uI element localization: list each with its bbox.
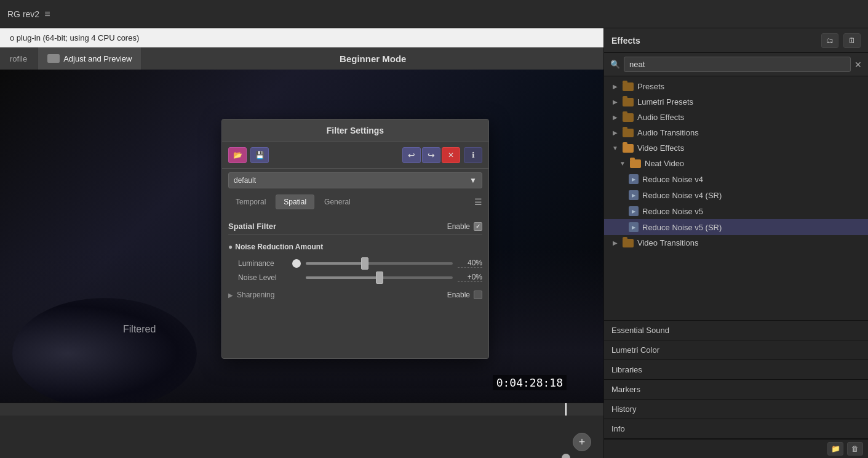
right-panel: Effects 🗂 🗓 🔍 ✕ ▶ Presets ▶ Lumetri Pres…: [603, 28, 868, 458]
search-clear-button[interactable]: ✕: [854, 60, 862, 70]
presets-arrow: ▶: [611, 83, 619, 90]
new-folder-button[interactable]: 📁: [827, 442, 843, 456]
filter-toolbar: 📂 💾 ↩ ↪ ✕ ℹ: [222, 142, 488, 169]
noise-level-value: +0%: [458, 273, 482, 282]
video-transitions-arrow: ▶: [611, 239, 619, 247]
sharpening-section[interactable]: ▶ Sharpening Enable: [228, 287, 482, 303]
filter-preset-arrow: ▼: [469, 176, 477, 185]
effects-bottom-bar: 📁 🗑: [604, 439, 868, 458]
tabs-bar: rofile Adjust and Preview Beginner Mode: [0, 47, 603, 70]
tree-item-reduce-noise-v5-sr[interactable]: Reduce Noise v5 (SR): [604, 219, 868, 235]
audio-effects-folder-icon: [623, 113, 634, 122]
filter-preset-dropdown[interactable]: default ▼: [228, 172, 482, 188]
lumetri-color-panel[interactable]: Lumetri Color: [604, 340, 868, 360]
tab-adjust-icon: [47, 54, 60, 63]
sharpening-enable-checkbox[interactable]: [474, 291, 482, 299]
tab-profile-label: rofile: [10, 54, 27, 63]
lumetri-presets-label: Lumetri Presets: [637, 97, 693, 106]
spatial-filter-title: Spatial Filter: [228, 222, 276, 231]
controls-area: +: [0, 416, 603, 458]
filter-btn-save[interactable]: 💾: [250, 147, 269, 163]
menu-icon[interactable]: ≡: [44, 9, 50, 20]
app-title: RG rev2: [7, 9, 39, 19]
video-transitions-label: Video Transitions: [637, 238, 699, 247]
trash-button[interactable]: 🗑: [847, 442, 863, 456]
add-button[interactable]: +: [573, 433, 591, 451]
filter-btn-open[interactable]: 📂: [228, 147, 247, 163]
luminance-thumb[interactable]: [361, 257, 368, 270]
reduce-noise-v5-icon: [629, 206, 639, 216]
tree-item-reduce-noise-v5[interactable]: Reduce Noise v5: [604, 203, 868, 219]
filter-tab-temporal[interactable]: Temporal: [228, 195, 273, 209]
timeline-bar[interactable]: [0, 403, 603, 416]
noise-level-thumb[interactable]: [376, 271, 383, 284]
reduce-noise-v5-sr-label: Reduce Noise v5 (SR): [642, 223, 722, 232]
essential-sound-panel[interactable]: Essential Sound: [604, 321, 868, 340]
effects-header-icons: 🗂 🗓: [821, 33, 861, 48]
tree-item-audio-transitions[interactable]: ▶ Audio Transitions: [604, 125, 868, 140]
noise-reduction-title: ● Noise Reduction Amount: [228, 243, 482, 251]
audio-transitions-folder-icon: [623, 129, 634, 137]
effects-title: Effects: [611, 36, 640, 46]
tree-item-presets[interactable]: ▶ Presets: [604, 79, 868, 94]
tree-item-reduce-noise-v4[interactable]: Reduce Noise v4: [604, 171, 868, 187]
spatial-filter-enable-checkbox[interactable]: ✓: [474, 222, 482, 231]
presets-folder-icon: [623, 82, 634, 91]
enable-label: Enable: [447, 222, 470, 231]
top-bar: RG rev2 ≡: [0, 0, 868, 28]
filter-btn-info[interactable]: ℹ: [464, 147, 482, 163]
noise-level-fill: [306, 276, 380, 279]
bottom-panels: Essential Sound Lumetri Color Libraries …: [604, 320, 868, 439]
markers-panel[interactable]: Markers: [604, 380, 868, 400]
sharpening-title: ▶ Sharpening: [228, 291, 274, 299]
tree-item-neat-video[interactable]: ▼ Neat Video: [604, 156, 868, 171]
plugin-header: o plug-in (64-bit; using 4 CPU cores): [0, 28, 603, 47]
audio-effects-label: Audio Effects: [637, 113, 684, 122]
noise-level-slider-row: Noise Level +0%: [228, 270, 482, 284]
reduce-noise-v5-label: Reduce Noise v5: [642, 207, 703, 216]
tree-item-audio-effects[interactable]: ▶ Audio Effects: [604, 110, 868, 125]
tree-item-video-transitions[interactable]: ▶ Video Transitions: [604, 235, 868, 251]
presets-label: Presets: [637, 82, 664, 91]
luminance-track[interactable]: [306, 262, 453, 265]
calendar-button[interactable]: 🗓: [843, 33, 861, 48]
luminance-value: 40%: [458, 259, 482, 268]
info-panel[interactable]: Info: [604, 419, 868, 439]
playhead: [565, 403, 567, 416]
noise-level-track[interactable]: [306, 276, 453, 279]
tab-profile[interactable]: rofile: [0, 47, 38, 70]
filter-btn-group: ↩ ↪ ✕: [402, 147, 460, 163]
search-icon: 🔍: [610, 60, 620, 69]
search-input[interactable]: [624, 57, 851, 72]
tree-item-reduce-noise-v4-sr[interactable]: Reduce Noise v4 (SR): [604, 187, 868, 203]
luminance-dot: [292, 259, 301, 268]
noise-reduction-section: ● Noise Reduction Amount Luminance 40%: [228, 240, 482, 287]
filter-tabs: Temporal Spatial General ☰: [222, 192, 488, 212]
history-panel[interactable]: History: [604, 400, 868, 419]
filter-dialog-title: Filter Settings: [222, 119, 488, 142]
bottom-controls: +: [0, 403, 603, 458]
filter-tab-menu-icon[interactable]: ☰: [474, 197, 482, 207]
filter-tab-general[interactable]: General: [317, 195, 358, 209]
filtered-label: Filtered: [123, 324, 156, 335]
tab-adjust-label: Adjust and Preview: [63, 54, 132, 63]
tab-adjust[interactable]: Adjust and Preview: [38, 47, 142, 70]
reduce-noise-v4-label: Reduce Noise v4: [642, 175, 703, 184]
audio-transitions-label: Audio Transitions: [637, 128, 699, 137]
filter-btn-redo[interactable]: ↪: [422, 147, 440, 163]
playhead-circle: [562, 454, 570, 458]
spatial-filter-enable-control: Enable ✓: [447, 222, 482, 231]
tree-item-lumetri-presets[interactable]: ▶ Lumetri Presets: [604, 94, 868, 110]
libraries-panel[interactable]: Libraries: [604, 360, 868, 380]
video-effects-arrow: ▼: [611, 145, 619, 152]
beginner-mode-label: Beginner Mode: [142, 47, 603, 70]
reduce-noise-v5-sr-icon: [629, 222, 639, 232]
filter-tab-spatial[interactable]: Spatial: [276, 195, 314, 209]
sharpening-enable-label: Enable: [447, 291, 470, 299]
filter-btn-reset[interactable]: ✕: [442, 147, 460, 163]
tree-item-video-effects[interactable]: ▼ Video Effects: [604, 140, 868, 156]
new-bin-button[interactable]: 🗂: [821, 33, 838, 48]
filter-btn-undo[interactable]: ↩: [402, 147, 421, 163]
spatial-filter-header: Spatial Filter Enable ✓: [228, 218, 482, 235]
audio-effects-arrow: ▶: [611, 114, 619, 121]
